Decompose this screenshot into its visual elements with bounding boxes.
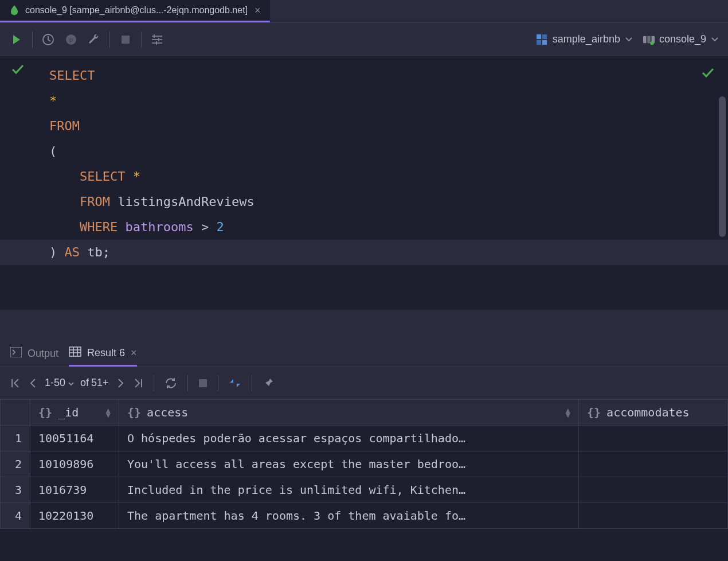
- last-page-button[interactable]: [133, 378, 143, 388]
- pagination-info[interactable]: 1-50 of 51+: [45, 377, 109, 389]
- editor-scrollbar[interactable]: [719, 96, 726, 237]
- code-line: SELECT *: [0, 164, 728, 189]
- column-header-accommodates[interactable]: {} accommodates: [579, 400, 728, 426]
- chevron-down-icon: [68, 377, 75, 389]
- cell-id[interactable]: 1016739: [30, 477, 119, 503]
- table-row[interactable]: 4 10220130 The apartment has 4 rooms. 3 …: [1, 503, 728, 529]
- result-toolbar: 1-50 of 51+: [0, 367, 728, 399]
- history-icon[interactable]: [41, 32, 56, 47]
- cell-accommodates[interactable]: [579, 426, 728, 451]
- sort-icon[interactable]: ▲▼: [106, 408, 111, 417]
- code-line: FROM: [0, 114, 728, 139]
- svg-rect-18: [10, 347, 22, 357]
- divider: [154, 375, 154, 391]
- editor-tab[interactable]: console_9 [sampe_airbnb@clus...-2ejqn.mo…: [0, 0, 270, 22]
- divider: [218, 375, 218, 391]
- cell-id[interactable]: 10051164: [30, 426, 119, 451]
- divider: [187, 375, 188, 391]
- svg-point-17: [650, 41, 653, 45]
- tab-title: console_9 [sampe_airbnb@clus...-2ejqn.mo…: [25, 5, 248, 15]
- divider: [141, 32, 142, 48]
- row-number: 2: [1, 451, 30, 477]
- wrench-icon[interactable]: [87, 32, 101, 47]
- cell-accommodates[interactable]: [579, 451, 728, 477]
- tab-label: Result 6: [87, 347, 125, 359]
- pin-icon[interactable]: [263, 377, 274, 389]
- code-line: FROM listingsAndReviews: [0, 189, 728, 215]
- row-number: 1: [1, 426, 30, 451]
- tab-result[interactable]: Result 6 ×: [69, 341, 137, 367]
- svg-text:p: p: [69, 36, 73, 44]
- stop-icon[interactable]: [118, 32, 133, 47]
- divider: [32, 32, 33, 48]
- row-number: 4: [1, 503, 30, 529]
- column-header-access[interactable]: {} access ▲▼: [119, 400, 579, 426]
- of-label: of: [80, 377, 89, 389]
- table-row[interactable]: 2 10109896 You'll access all areas excep…: [1, 451, 728, 477]
- code-line: SELECT: [0, 63, 728, 88]
- code-editor[interactable]: SELECT * FROM ( SELECT * FROM listingsAn…: [0, 56, 728, 310]
- svg-rect-3: [122, 36, 130, 44]
- chevron-down-icon: [711, 33, 719, 45]
- cell-accommodates[interactable]: [579, 503, 728, 529]
- editor-tab-bar: console_9 [sampe_airbnb@clus...-2ejqn.mo…: [0, 0, 728, 23]
- editor-toolbar: p sample_airbnb console_9: [0, 23, 728, 56]
- page-total: 51+: [91, 377, 109, 389]
- checkmark-icon: [702, 67, 714, 81]
- breakpoint-icon[interactable]: p: [64, 32, 79, 47]
- tab-output[interactable]: Output: [10, 341, 58, 367]
- database-selector[interactable]: sample_airbnb: [537, 33, 633, 45]
- toolbar-left-group: p: [9, 32, 165, 48]
- svg-rect-15: [647, 36, 650, 43]
- refresh-icon[interactable]: [165, 377, 177, 389]
- cell-access[interactable]: You'll access all areas except the maste…: [119, 451, 579, 477]
- panel-divider[interactable]: [0, 310, 728, 341]
- cell-id[interactable]: 10220130: [30, 503, 119, 529]
- first-page-button[interactable]: [10, 378, 21, 388]
- settings-icon[interactable]: [150, 32, 165, 47]
- result-table: {} _id ▲▼ {} access ▲▼ {} accommodates: [0, 399, 728, 529]
- column-header-id[interactable]: {} _id ▲▼: [30, 400, 119, 426]
- console-icon: [643, 34, 655, 45]
- code-line: ) AS tb;: [0, 240, 728, 265]
- console-selector[interactable]: console_9: [643, 33, 719, 45]
- result-table-container: {} _id ▲▼ {} access ▲▼ {} accommodates: [0, 399, 728, 529]
- cell-access[interactable]: Included in the price is unlimited wifi,…: [119, 477, 579, 503]
- row-number: 3: [1, 477, 30, 503]
- editor-gutter: [0, 63, 34, 78]
- sort-icon[interactable]: ▲▼: [566, 408, 570, 417]
- table-row[interactable]: 3 1016739 Included in the price is unlim…: [1, 477, 728, 503]
- prev-page-button[interactable]: [29, 378, 37, 388]
- next-page-button[interactable]: [117, 378, 125, 388]
- svg-rect-12: [537, 40, 541, 44]
- toolbar-right-group: sample_airbnb console_9: [537, 33, 719, 45]
- code-line: (: [0, 139, 728, 164]
- stop-icon[interactable]: [198, 379, 208, 388]
- cell-accommodates[interactable]: [579, 477, 728, 503]
- checkmark-icon: [11, 63, 24, 77]
- svg-rect-26: [199, 379, 207, 387]
- chevron-down-icon: [625, 33, 633, 45]
- svg-rect-13: [542, 40, 547, 44]
- compare-icon[interactable]: [229, 377, 241, 389]
- mongodb-leaf-icon: [9, 5, 19, 15]
- console-name: console_9: [659, 33, 706, 45]
- divider: [252, 375, 252, 391]
- tab-label: Output: [28, 348, 58, 360]
- cell-id[interactable]: 10109896: [30, 451, 119, 477]
- code-line: *: [0, 88, 728, 114]
- svg-rect-14: [643, 36, 646, 43]
- cell-access[interactable]: O hóspedes poderão acessar espaços compa…: [119, 426, 579, 451]
- svg-rect-19: [69, 347, 81, 356]
- database-name: sample_airbnb: [553, 33, 620, 45]
- cell-access[interactable]: The apartment has 4 rooms. 3 of them ava…: [119, 503, 579, 529]
- run-button[interactable]: [9, 32, 24, 47]
- row-number-header: [1, 400, 30, 426]
- table-row[interactable]: 1 10051164 O hóspedes poderão acessar es…: [1, 426, 728, 451]
- terminal-icon: [10, 347, 22, 360]
- close-icon[interactable]: ×: [255, 5, 261, 17]
- table-icon: [69, 346, 81, 360]
- page-range: 1-50: [45, 377, 65, 389]
- svg-rect-11: [542, 34, 547, 38]
- close-icon[interactable]: ×: [131, 347, 137, 359]
